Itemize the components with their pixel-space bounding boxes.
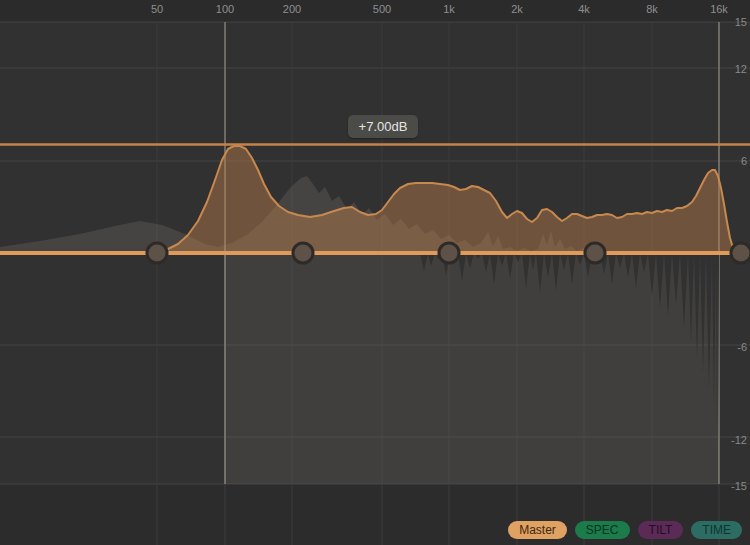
eq-plot[interactable]	[0, 0, 750, 545]
eq-node[interactable]	[731, 243, 750, 263]
mode-button-spec[interactable]: SPEC	[575, 521, 630, 539]
mode-button-tilt[interactable]: TILT	[638, 521, 684, 539]
freq-tick-label: 500	[373, 3, 391, 15]
eq-node[interactable]	[439, 243, 459, 263]
eq-node[interactable]	[585, 243, 605, 263]
freq-tick-label: 16k	[710, 3, 728, 15]
db-tick-label: 6	[741, 155, 747, 167]
freq-tick-label: 4k	[578, 3, 590, 15]
db-tick-label: 12	[735, 63, 747, 75]
freq-tick-label: 8k	[646, 3, 658, 15]
freq-tick-label: 1k	[443, 3, 455, 15]
mode-button-master[interactable]: Master	[508, 521, 567, 539]
input-spectrum-floor	[224, 253, 719, 484]
gain-value-tooltip: +7.00dB	[348, 115, 418, 138]
freq-tick-label: 200	[283, 3, 301, 15]
freq-tick-label: 50	[151, 3, 163, 15]
eq-node[interactable]	[293, 243, 313, 263]
db-tick-label: -6	[737, 341, 747, 353]
db-tick-label: -15	[731, 480, 747, 492]
db-tick-label: 15	[735, 16, 747, 28]
eq-node[interactable]	[147, 243, 167, 263]
db-tick-label: -12	[731, 434, 747, 446]
freq-tick-label: 100	[216, 3, 234, 15]
mode-buttons: MasterSPECTILTTIME	[508, 521, 742, 539]
mode-button-time[interactable]: TIME	[691, 521, 742, 539]
freq-tick-label: 2k	[511, 3, 523, 15]
